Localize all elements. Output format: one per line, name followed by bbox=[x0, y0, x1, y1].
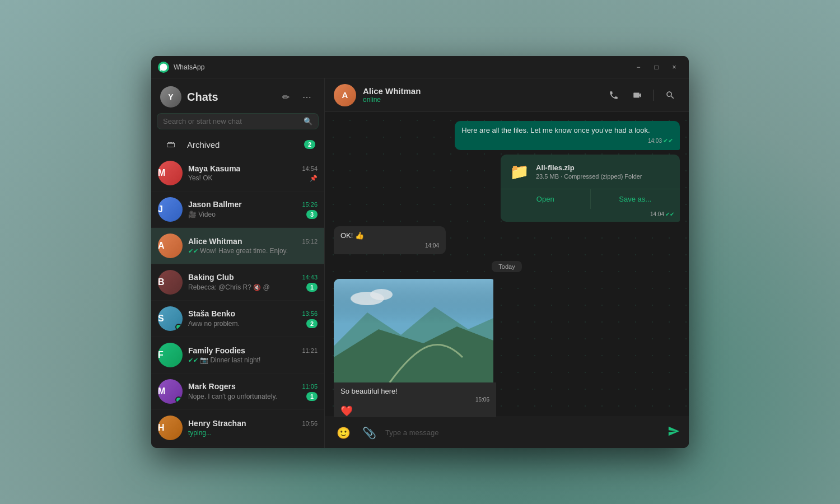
video-call-button[interactable] bbox=[628, 86, 647, 105]
date-separator: Today bbox=[334, 261, 680, 272]
chat-time: 13:56 bbox=[302, 310, 318, 317]
save-file-button[interactable]: Save as... bbox=[590, 189, 680, 209]
avatar: M bbox=[158, 379, 183, 404]
header-divider bbox=[654, 90, 654, 101]
file-message-time: 14:04 ✔✔ bbox=[501, 209, 680, 222]
list-item[interactable]: A Alice Whitman 15:12 ✔✔ Wow! Have great… bbox=[151, 228, 324, 264]
chat-time: 14:43 bbox=[302, 274, 318, 281]
minimize-button[interactable]: − bbox=[631, 59, 646, 75]
chat-time: 11:05 bbox=[302, 383, 318, 390]
chat-preview: ✔✔ 📷 Dinner last night! bbox=[188, 356, 318, 364]
avatar: A bbox=[158, 234, 183, 258]
list-item[interactable]: J Jason Ballmer 15:26 🎥 Video 3 bbox=[151, 192, 324, 228]
send-button[interactable] bbox=[668, 425, 680, 440]
file-type-icon: 📁 bbox=[510, 162, 529, 181]
list-item[interactable]: D Dawn Jones 8:32 bbox=[151, 446, 324, 448]
search-messages-button[interactable] bbox=[661, 86, 680, 105]
app-window: WhatsApp − □ × Y Chats ✏ ⋯ 🔍 bbox=[151, 56, 689, 448]
chat-right-actions: 📌 bbox=[310, 175, 318, 182]
avatar: J bbox=[158, 197, 183, 222]
chat-name: Family Foodies bbox=[188, 346, 245, 355]
photo-message: So beautiful here! 15:06 ❤️ bbox=[334, 279, 496, 417]
message-bubble: OK! 👍 14:04 bbox=[334, 226, 446, 254]
photo-time: 15:06 bbox=[340, 396, 489, 403]
chat-info: Family Foodies 11:21 ✔✔ 📷 Dinner last ni… bbox=[188, 346, 318, 364]
archived-badge: 2 bbox=[304, 140, 315, 149]
message-text: Here are all the files. Let me know once… bbox=[461, 126, 650, 134]
message-input[interactable] bbox=[385, 428, 661, 437]
profile-avatar[interactable]: Y bbox=[160, 86, 181, 108]
menu-button[interactable]: ⋯ bbox=[298, 88, 315, 105]
maximize-button[interactable]: □ bbox=[648, 59, 664, 75]
file-details: All-files.zip 23.5 MB · Compressed (zipp… bbox=[536, 164, 671, 180]
chat-header-avatar[interactable]: A bbox=[334, 84, 356, 106]
chat-name: Henry Strachan bbox=[188, 419, 246, 428]
app-logo bbox=[158, 62, 169, 73]
message-bubble: Here are all the files. Let me know once… bbox=[455, 121, 680, 150]
archived-label: Archived bbox=[187, 140, 298, 150]
chat-preview: Rebecca: @Chris R? 🔇 @ bbox=[188, 283, 306, 291]
file-message: 📁 All-files.zip 23.5 MB · Compressed (zi… bbox=[501, 155, 680, 222]
list-item[interactable]: B Baking Club 14:43 Rebecca: @Chris R? 🔇… bbox=[151, 264, 324, 301]
app-body: Y Chats ✏ ⋯ 🔍 🗃 Archived 2 bbox=[151, 78, 689, 448]
attach-icon: 📎 bbox=[362, 426, 376, 440]
chat-preview: typing... bbox=[188, 429, 318, 437]
file-actions: Open Save as... bbox=[501, 189, 680, 209]
emoji-icon: 🙂 bbox=[337, 426, 351, 440]
archive-icon: 🗃 bbox=[160, 139, 181, 150]
chat-right-actions: 1 bbox=[306, 283, 318, 292]
photo-image bbox=[334, 279, 493, 382]
reaction: ❤️ bbox=[340, 405, 489, 417]
chat-preview: Yes! OK bbox=[188, 174, 310, 182]
archived-row[interactable]: 🗃 Archived 2 bbox=[151, 134, 324, 155]
avatar: H bbox=[158, 416, 183, 440]
date-badge: Today bbox=[492, 261, 521, 272]
titlebar-title: WhatsApp bbox=[174, 63, 631, 71]
close-button[interactable]: × bbox=[666, 59, 682, 75]
chat-name: Alice Whitman bbox=[188, 237, 242, 246]
chat-time: 10:56 bbox=[302, 420, 318, 427]
chat-preview: 🎥 Video bbox=[188, 211, 306, 218]
chat-preview: Nope. I can't go unfortunately. bbox=[188, 393, 306, 400]
avatar: M bbox=[158, 161, 183, 185]
chat-right-actions: 2 bbox=[306, 319, 318, 328]
chat-info: Mark Rogers 11:05 Nope. I can't go unfor… bbox=[188, 382, 318, 401]
chat-header-actions bbox=[604, 86, 680, 105]
titlebar: WhatsApp − □ × bbox=[151, 56, 689, 78]
chat-list: M Maya Kasuma 14:54 Yes! OK 📌 bbox=[151, 155, 324, 448]
list-item[interactable]: H Henry Strachan 10:56 typing... bbox=[151, 410, 324, 446]
photo-caption: So beautiful here! 15:06 ❤️ bbox=[334, 382, 496, 417]
file-read-tick: ✔✔ bbox=[665, 211, 674, 217]
list-item[interactable]: M Mark Rogers 11:05 Nope. I can't go unf… bbox=[151, 374, 324, 410]
left-panel: Y Chats ✏ ⋯ 🔍 🗃 Archived 2 bbox=[151, 78, 325, 448]
chat-preview: Aww no problem. bbox=[188, 320, 306, 328]
unread-badge: 1 bbox=[306, 283, 318, 292]
emoji-button[interactable]: 🙂 bbox=[334, 423, 353, 442]
caption-text: So beautiful here! bbox=[340, 387, 489, 395]
attach-button[interactable]: 📎 bbox=[360, 423, 379, 442]
search-icon: 🔍 bbox=[304, 117, 312, 125]
avatar: S bbox=[158, 306, 183, 331]
unread-badge: 2 bbox=[306, 319, 318, 328]
chat-name: Staša Benko bbox=[188, 309, 235, 318]
avatar: F bbox=[158, 343, 183, 367]
chat-info: Alice Whitman 15:12 ✔✔ Wow! Have great t… bbox=[188, 237, 318, 255]
voice-call-button[interactable] bbox=[604, 86, 623, 105]
chat-info: Henry Strachan 10:56 typing... bbox=[188, 419, 318, 437]
chat-name: Jason Ballmer bbox=[188, 200, 242, 209]
chat-time: 14:54 bbox=[302, 165, 318, 172]
pin-icon: 📌 bbox=[310, 175, 318, 182]
new-chat-button[interactable]: ✏ bbox=[277, 88, 294, 105]
list-item[interactable]: F Family Foodies 11:21 ✔✔ 📷 Dinner last … bbox=[151, 337, 324, 374]
list-item[interactable]: S Staša Benko 13:56 Aww no problem. 2 bbox=[151, 301, 324, 337]
chat-info: Maya Kasuma 14:54 Yes! OK 📌 bbox=[188, 164, 318, 182]
chat-info: Jason Ballmer 15:26 🎥 Video 3 bbox=[188, 200, 318, 219]
chat-contact-name: Alice Whitman bbox=[363, 86, 598, 96]
message-time: 14:03 ✔✔ bbox=[461, 137, 673, 145]
list-item[interactable]: M Maya Kasuma 14:54 Yes! OK 📌 bbox=[151, 155, 324, 192]
chat-time: 11:21 bbox=[302, 347, 318, 354]
svg-rect-6 bbox=[334, 279, 493, 324]
search-input[interactable] bbox=[163, 117, 304, 125]
open-file-button[interactable]: Open bbox=[501, 189, 590, 209]
input-bar: 🙂 📎 bbox=[325, 417, 689, 448]
